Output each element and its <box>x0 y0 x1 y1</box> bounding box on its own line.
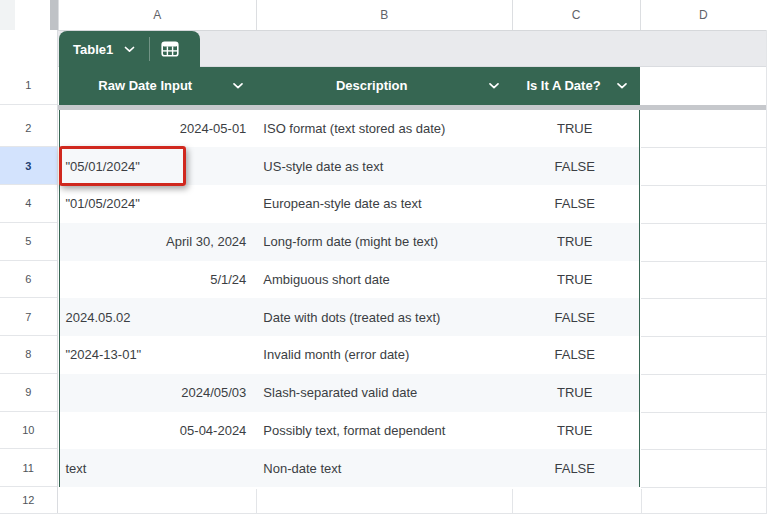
cell-is-it-a-date[interactable]: FALSE <box>511 449 639 487</box>
cell-description[interactable]: Date with dots (treated as text) <box>256 298 511 336</box>
gutter-corner-bar <box>50 0 58 30</box>
cell-raw-date-input[interactable]: "05/01/2024" <box>60 147 257 185</box>
cell-raw-date-input[interactable]: "2024-13-01" <box>60 336 257 374</box>
row-header-10[interactable]: 10 <box>0 412 57 450</box>
cell-is-it-a-date[interactable]: FALSE <box>511 336 639 374</box>
column-header-description[interactable]: Description <box>256 67 512 105</box>
chevron-down-icon[interactable] <box>616 82 628 90</box>
gridline <box>641 449 767 450</box>
gridline <box>641 147 767 148</box>
gridline <box>641 185 767 186</box>
table-header-row: Raw Date Input Description Is It A Date? <box>59 67 640 105</box>
table-row: textNon-date textFALSE <box>60 449 639 487</box>
column-header-C[interactable]: C <box>512 0 640 30</box>
gridline <box>512 489 513 514</box>
cell-description[interactable]: Long-form date (might be text) <box>256 223 511 261</box>
cell-description[interactable]: European-style date as text <box>256 185 511 223</box>
table-grid-icon[interactable] <box>161 41 179 57</box>
cell-is-it-a-date[interactable]: TRUE <box>511 223 639 261</box>
gridline <box>641 489 642 514</box>
gridline <box>641 487 767 488</box>
cell-is-it-a-date[interactable]: FALSE <box>511 298 639 336</box>
cell-raw-date-input[interactable]: 05-04-2024 <box>60 412 257 450</box>
cell-raw-date-input[interactable]: April 30, 2024 <box>60 223 257 261</box>
table-row: 2024.05.02Date with dots (treated as tex… <box>60 298 639 336</box>
row-header-gutter: 123456789101112 <box>0 30 58 514</box>
row-header-7[interactable]: 7 <box>0 298 57 336</box>
chevron-down-icon[interactable] <box>488 82 500 90</box>
cell-raw-date-input[interactable]: 2024/05/03 <box>60 374 257 412</box>
cell-raw-date-input[interactable]: 2024.05.02 <box>60 298 257 336</box>
row-header-2[interactable]: 2 <box>0 110 57 148</box>
cell-is-it-a-date[interactable]: FALSE <box>511 147 639 185</box>
cell-is-it-a-date[interactable]: FALSE <box>511 185 639 223</box>
gridline <box>641 374 767 375</box>
chevron-down-icon[interactable] <box>123 45 136 54</box>
table-row: "01/05/2024"European-style date as textF… <box>60 185 639 223</box>
table-name-label: Table1 <box>73 42 113 57</box>
tab-divider <box>149 37 150 61</box>
column-header-is-it-a-date[interactable]: Is It A Date? <box>512 67 640 105</box>
chevron-down-icon[interactable] <box>232 82 244 90</box>
cell-description[interactable]: Non-date text <box>256 449 511 487</box>
gridline <box>641 298 767 299</box>
gridline <box>256 489 257 514</box>
cell-raw-date-input[interactable]: "01/05/2024" <box>60 185 257 223</box>
table-row: 2024/05/03Slash-separated valid dateTRUE <box>60 374 639 412</box>
column-header-strip: ABCD <box>0 0 767 31</box>
cell-description[interactable]: ISO format (text stored as date) <box>256 110 511 148</box>
cell-is-it-a-date[interactable]: TRUE <box>511 261 639 299</box>
column-header-B[interactable]: B <box>256 0 512 30</box>
cell-description[interactable]: Slash-separated valid date <box>256 374 511 412</box>
table-row: 05-04-2024Possibly text, format dependen… <box>60 412 639 450</box>
column-header-raw-date-input[interactable]: Raw Date Input <box>59 67 257 105</box>
column-header-D[interactable]: D <box>640 0 767 30</box>
row-header-12[interactable]: 12 <box>0 487 57 514</box>
spreadsheet: ABCD Table1 Raw Date Input Descriptio <box>0 0 767 514</box>
gridline <box>641 412 767 413</box>
table-name-tab[interactable]: Table1 <box>59 31 200 67</box>
cell-description[interactable]: Ambiguous short date <box>256 261 511 299</box>
cell-raw-date-input[interactable]: 5/1/24 <box>60 261 257 299</box>
table-row: "2024-13-01"Invalid month (error date)FA… <box>60 336 639 374</box>
row-header-3[interactable]: 3 <box>0 147 57 185</box>
row-header-6[interactable]: 6 <box>0 261 57 299</box>
table-row: 5/1/24Ambiguous short dateTRUE <box>60 261 639 299</box>
row-header-11[interactable]: 11 <box>0 449 57 487</box>
cell-description[interactable]: Invalid month (error date) <box>256 336 511 374</box>
row-header-8[interactable]: 8 <box>0 336 57 374</box>
gridline <box>641 336 767 337</box>
gridline <box>641 261 767 262</box>
table-row: 2024-05-01ISO format (text stored as dat… <box>60 110 639 148</box>
row-header-9[interactable]: 9 <box>0 374 57 412</box>
cell-description[interactable]: US-style date as text <box>256 147 511 185</box>
gutter-corner <box>0 0 15 30</box>
cell-is-it-a-date[interactable]: TRUE <box>511 374 639 412</box>
table-row: April 30, 2024Long-form date (might be t… <box>60 223 639 261</box>
gridline <box>641 223 767 224</box>
row-header-1[interactable]: 1 <box>0 67 57 105</box>
cell-description[interactable]: Possibly text, format dependent <box>256 412 511 450</box>
cell-is-it-a-date[interactable]: TRUE <box>511 110 639 148</box>
row-header-4[interactable]: 4 <box>0 185 57 223</box>
table-row: "05/01/2024"US-style date as textFALSE <box>60 147 639 185</box>
cell-raw-date-input[interactable]: 2024-05-01 <box>60 110 257 148</box>
column-header-A[interactable]: A <box>58 0 257 30</box>
cell-raw-date-input[interactable]: text <box>60 449 257 487</box>
row-header-5[interactable]: 5 <box>0 223 57 261</box>
table-body: 2024-05-01ISO format (text stored as dat… <box>59 110 640 488</box>
cell-is-it-a-date[interactable]: TRUE <box>511 412 639 450</box>
